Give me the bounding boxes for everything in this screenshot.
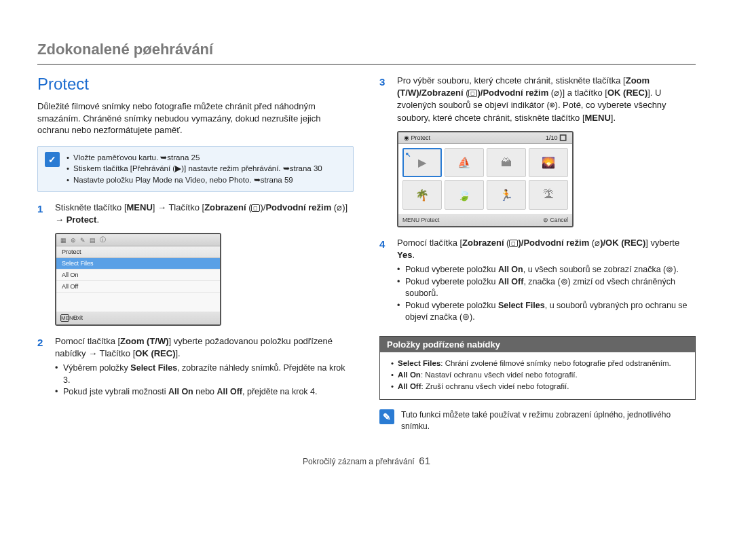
thumbnail[interactable]: ▶ <box>402 148 442 178</box>
text: ] → Tlačítko [ <box>153 202 204 212</box>
text: ( <box>548 88 554 98</box>
text: Stiskněte tlačítko [ <box>55 202 127 212</box>
underwater-label: Podvodní režim <box>483 88 548 98</box>
thumbnail[interactable]: ⛵ <box>445 148 484 178</box>
callout-item: Vložte paměťovou kartu. ➥strana 25 <box>67 152 322 164</box>
step-3: 3 Pro výběr souboru, který chcete chráni… <box>379 75 696 124</box>
menu-icon: MENU <box>60 314 69 322</box>
page-number: 61 <box>419 455 430 466</box>
submenu-title: Položky podřízené nabídky <box>380 337 695 352</box>
callout-item: Stiskem tlačítka [Přehrávání (▶)] nastav… <box>67 163 322 174</box>
text: ( <box>464 88 469 98</box>
step-number: 3 <box>379 75 389 124</box>
text: ]. <box>175 348 180 358</box>
view-label: Zobrazení <box>421 88 463 98</box>
text: . <box>96 214 99 225</box>
footer-protect: MENU Protect <box>402 217 439 223</box>
section-title: Protect <box>37 75 354 94</box>
text: Pro výběr souboru, který chcete chránit,… <box>397 75 626 86</box>
footer-text: Pokročilý záznam a přehrávání <box>303 457 415 466</box>
underwater-label: Podvodní režim <box>523 238 589 248</box>
submenu-item: All On: Nastaví ochranu všech videí nebo… <box>391 369 685 381</box>
step-number: 4 <box>379 237 389 261</box>
tab-icon: ⊚ <box>71 237 76 244</box>
bullet: Pokud jste vybrali možnosti All On nebo … <box>55 386 354 398</box>
note-text: Tuto funkci můžete také používat v režim… <box>401 409 696 431</box>
ok-label: OK (REC) <box>605 238 645 248</box>
protect-label: Protect <box>67 214 97 225</box>
display-icon: ◻ <box>509 240 518 247</box>
underwater-icon: ⌀ <box>554 88 559 98</box>
ok-label: OK (REC) <box>607 88 647 98</box>
intro-text: Důležité filmové snímky nebo fotografie … <box>37 100 354 136</box>
underwater-icon: ⌀ <box>595 238 600 248</box>
text: . <box>412 250 415 260</box>
divider <box>37 64 696 65</box>
text: ( <box>331 202 337 212</box>
display-icon: ◻ <box>468 90 477 97</box>
thumbnail[interactable]: 🏔 <box>487 148 526 178</box>
step-1: 1 Stiskněte tlačítko [MENU] → Tlačítko [… <box>37 202 354 226</box>
tab-icon: ▤ <box>90 237 96 244</box>
left-column: Protect Důležité filmové snímky nebo fot… <box>37 75 354 437</box>
view-label: Zobrazení <box>204 202 246 212</box>
option-all-on[interactable]: All On <box>56 269 220 281</box>
display-icon: ◻ <box>251 204 260 212</box>
tab-icon: ⓘ <box>100 236 106 244</box>
note: ✎ Tuto funkci můžete také používat v rež… <box>379 409 696 436</box>
text: ( <box>246 202 252 212</box>
screen-thumbnail-grid: ◉ Protect 1/10 🔲 ▶ ⛵ 🏔 🌄 🌴 🍃 🏃 🏝 MENU Pr… <box>397 131 574 227</box>
screen-title-left: ◉ Protect <box>404 134 430 141</box>
thumbnail[interactable]: 🍃 <box>445 180 484 210</box>
thumbnail[interactable]: 🏃 <box>487 180 526 210</box>
thumbnail[interactable]: 🌄 <box>529 148 568 178</box>
footer-text: Exit <box>73 314 83 322</box>
option-all-off[interactable]: All Off <box>56 281 220 293</box>
text: ]. <box>611 113 616 123</box>
thumbnail[interactable]: 🌴 <box>402 180 442 210</box>
underwater-label: Podvodní režim <box>265 202 331 212</box>
submenu-box: Položky podřízené nabídky Select Files: … <box>379 336 696 400</box>
text: )] <box>559 88 565 98</box>
zoom-label: Zoom (T/W) <box>120 336 168 346</box>
tab-icon: ✎ <box>80 237 86 244</box>
yes-label: Yes <box>397 250 412 260</box>
screen-tabs: ▦ ⊚ ✎ ▤ ⓘ <box>56 234 220 246</box>
screen-protect-menu: ▦ ⊚ ✎ ▤ ⓘ Protect Select Files All On Al… <box>55 233 221 326</box>
option-select-files[interactable]: Select Files <box>56 258 220 269</box>
prereq-callout: ✓ Vložte paměťovou kartu. ➥strana 25 Sti… <box>37 146 354 192</box>
footer-cancel: ⊚ Cancel <box>543 217 568 223</box>
step-number: 2 <box>37 335 47 360</box>
text: Pomocí tlačítka [ <box>55 336 120 346</box>
screen-menu-title: Protect <box>56 246 220 258</box>
tab-icon: ▦ <box>60 237 67 244</box>
page-footer: Pokročilý záznam a přehrávání 61 <box>37 455 696 466</box>
menu-label: MENU <box>127 202 153 212</box>
step-2: 2 Pomocí tlačítka [Zoom (T/W)] vyberte p… <box>37 335 354 360</box>
step-number: 1 <box>37 202 47 226</box>
text: ( <box>589 238 595 248</box>
text: ] vyberte <box>645 238 679 248</box>
ok-label: OK (REC) <box>135 348 175 358</box>
lock-icon: ⊚ <box>550 100 555 110</box>
bullet: Pokud vyberete položku All Off, značka (… <box>397 276 696 300</box>
bullet: Výběrem položky Select Files, zobrazíte … <box>55 362 354 386</box>
text: ( <box>504 238 510 248</box>
screen-footer: MENU Exit <box>56 312 220 324</box>
right-column: 3 Pro výběr souboru, který chcete chráni… <box>379 75 696 437</box>
text: )/ <box>600 238 605 248</box>
check-icon: ✓ <box>45 152 60 167</box>
underwater-icon: ⌀ <box>337 202 342 212</box>
page-header: Zdokonalené pøehrávání <box>37 41 696 58</box>
menu-label: MENU <box>585 113 611 123</box>
thumbnail[interactable]: 🏝 <box>529 180 568 210</box>
text: a tlačítko [ <box>565 88 607 98</box>
bullet: Pokud vyberete položku Select Files, u s… <box>397 300 696 324</box>
submenu-item: All Off: Zruší ochranu všech videí nebo … <box>391 381 685 392</box>
screen-title-right: 1/10 🔲 <box>546 134 567 141</box>
submenu-item: Select Files: Chrání zvolené filmové sní… <box>391 358 685 369</box>
callout-item: Nastavte položku Play Mode na Video, neb… <box>67 174 322 186</box>
text: Pomocí tlačítka [ <box>397 238 462 248</box>
step-4: 4 Pomocí tlačítka [Zobrazení (◻)/Podvodn… <box>379 237 696 261</box>
view-label: Zobrazení <box>462 238 504 248</box>
